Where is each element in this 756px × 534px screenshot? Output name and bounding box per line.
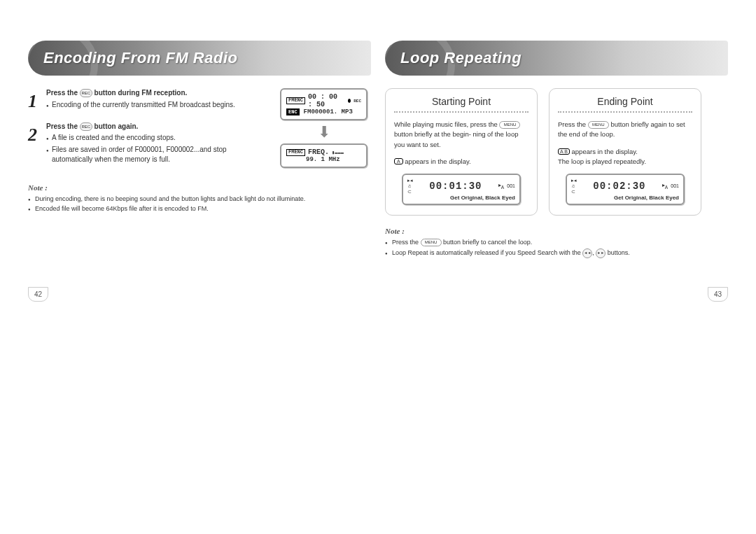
arrow-down-icon: ⬇ — [318, 127, 330, 136]
player-track-start: Get Original, Black Eyed — [407, 195, 515, 201]
note-heading-right: Note : — [385, 227, 728, 235]
lcd-player-end: ▸◂♫⊂ 00:02:30 ▸A 001 Get Original, Black… — [566, 174, 685, 205]
signal-icon: ▮▬▬▬ — [332, 150, 344, 155]
page-number-right: 43 — [708, 287, 728, 302]
step1-text-a: Press the — [46, 89, 78, 97]
start-text2: appears in the display. — [405, 157, 470, 165]
rnote1a: Press the — [392, 239, 419, 246]
player-time-start: 00:01:30 — [416, 181, 496, 192]
rec-dot-icon — [348, 99, 351, 103]
note-block-right: Note : Press the MENU button briefly to … — [385, 227, 728, 258]
menu-button-icon: MENU — [421, 239, 442, 246]
fm-enc-badge: FMENC — [286, 97, 305, 104]
menu-button-icon: MENU — [588, 121, 609, 129]
player-track-end: Get Original, Black Eyed — [571, 195, 679, 201]
note-block-left: Note : During encoding, there is no beep… — [28, 183, 371, 213]
step2-bullet2: Files are saved in order of F000001, F00… — [46, 145, 267, 165]
play-arrow-icon: ▸A — [662, 182, 668, 190]
rnote1b: button briefly to cancel the loop. — [443, 239, 532, 246]
end-text2: appears in the display. — [572, 148, 638, 155]
rec-label: REC — [354, 99, 361, 104]
end-text3: The loop is played repeatedly. — [558, 157, 646, 165]
starting-point-panel: Starting Point While playing music files… — [385, 88, 538, 216]
lcd-freq: FMENC FREQ. ▮▬▬▬ 99. 1 MHz — [280, 143, 368, 168]
page-42: Encoding From FM Radio 1 Press the REC b… — [28, 28, 371, 260]
player-icons: ▸◂♫⊂ — [571, 178, 577, 194]
page-title-left: Encoding From FM Radio — [43, 49, 237, 67]
play-arrow-icon: ▸A — [498, 182, 504, 190]
page-title-right: Loop Repeating — [400, 49, 522, 67]
rewind-button-icon: ◄◄ — [582, 248, 592, 258]
start-text1b: button briefly at the begin- — [394, 130, 471, 138]
header-loop: Loop Repeating — [385, 41, 728, 76]
step-number-2: 2 — [28, 122, 41, 165]
note2: Encoded file will become 64Kbps file aft… — [28, 204, 371, 213]
a-badge: A — [394, 158, 403, 164]
step2-text-a: Press the — [46, 122, 78, 130]
ab-badge: A B — [558, 148, 570, 155]
rnote2a: Loop Repeat is automatically released if… — [392, 249, 581, 256]
page-number-left: 42 — [28, 287, 48, 302]
lcd-time: 00 : 00 : 50 — [308, 93, 345, 108]
player-trk-start: 001 — [507, 183, 515, 188]
freq-label: FREQ. — [308, 148, 329, 156]
forward-button-icon: ►► — [596, 248, 606, 258]
ending-point-panel: Ending Point Press the MENU button brief… — [549, 88, 701, 216]
start-text1a: While playing music files, press the — [394, 120, 498, 128]
starting-point-heading: Starting Point — [394, 96, 528, 107]
player-trk-end: 001 — [671, 183, 679, 188]
note1: During encoding, there is no beeping sou… — [28, 195, 371, 204]
steps-column: 1 Press the REC button during FM recepti… — [28, 88, 267, 172]
player-icons: ▸◂♫⊂ — [407, 178, 413, 194]
freq-value: 99. 1 MHz — [286, 156, 361, 163]
rec-button-icon: REC — [80, 89, 92, 97]
rec-button-icon: REC — [80, 122, 92, 131]
rnote2b: buttons. — [608, 249, 630, 256]
header-encoding: Encoding From FM Radio — [28, 41, 371, 76]
end-text1a: Press the — [558, 120, 586, 128]
step1-bullet1: Encoding of the currently transmitted FM… — [46, 100, 267, 111]
page-43: Loop Repeating Starting Point While play… — [385, 28, 728, 260]
lcd-column: FMENC 00 : 00 : 50 REC ENC FM000001. MP3… — [276, 88, 371, 172]
step-number-1: 1 — [28, 88, 41, 115]
fm-enc-badge2: FMENC — [286, 149, 305, 156]
step2-text-b: button again. — [94, 122, 139, 130]
note-heading: Note : — [28, 183, 371, 192]
step1-text-b: button during FM reception. — [94, 89, 188, 97]
enc-badge: ENC — [286, 108, 300, 115]
end-text1b: button briefly — [610, 120, 648, 128]
lcd-filename: FM000001. MP3 — [302, 108, 353, 115]
menu-button-icon: MENU — [499, 121, 520, 129]
step2-bullet1: A file is created and the encoding stops… — [46, 133, 267, 143]
lcd-encoding: FMENC 00 : 00 : 50 REC ENC FM000001. MP3 — [280, 88, 368, 120]
player-time-end: 00:02:30 — [580, 181, 659, 192]
ending-point-heading: Ending Point — [558, 96, 692, 107]
lcd-player-start: ▸◂♫⊂ 00:01:30 ▸A 001 Get Original, Black… — [402, 174, 521, 205]
